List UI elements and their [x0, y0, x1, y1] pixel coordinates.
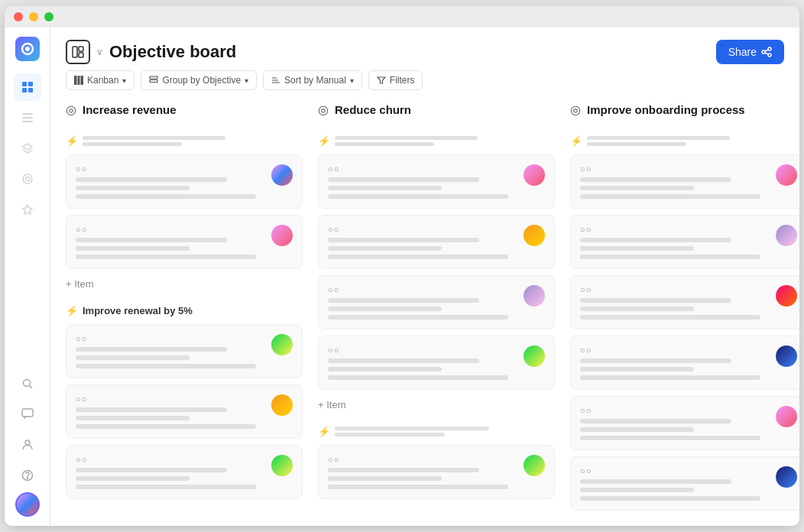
minimize-button[interactable] [29, 12, 38, 21]
card-14[interactable]: ○○ [570, 336, 799, 390]
card-13[interactable]: ○○ [570, 275, 799, 329]
add-item-1a[interactable]: + Item [66, 275, 303, 293]
card-4-line3 [76, 424, 256, 429]
lightning-icon-1b: ⚡ [66, 305, 78, 316]
card-14-dots: ○○ [580, 345, 770, 355]
card-4-content: ○○ [76, 394, 265, 429]
svg-rect-2 [22, 82, 27, 86]
card-1[interactable]: ○○ [66, 154, 303, 209]
share-button[interactable]: Share [716, 40, 784, 64]
card-5-dots: ○○ [76, 455, 265, 464]
chevron-icon: ∨ [96, 47, 103, 57]
card-2-line2 [76, 246, 190, 251]
card-4-avatar [271, 394, 293, 416]
svg-point-24 [768, 54, 771, 57]
subgroup-header-3a: ⚡ [570, 132, 799, 148]
card-6[interactable]: ○○ [318, 154, 555, 209]
card-3[interactable]: ○○ [66, 324, 303, 378]
lightning-icon-1a: ⚡ [66, 135, 78, 147]
sidebar-help[interactable] [14, 462, 41, 489]
filter-button[interactable]: Filters [368, 70, 423, 90]
svg-line-26 [765, 53, 768, 54]
objective-icon-1: ◎ [66, 102, 76, 117]
card-9-content: ○○ [328, 345, 517, 380]
card-9-dots: ○○ [328, 345, 517, 355]
card-6-dots: ○○ [328, 164, 517, 174]
svg-point-16 [25, 440, 30, 445]
lightning-icon-3a: ⚡ [570, 135, 582, 147]
filter-label: Filters [390, 75, 415, 86]
column-increase-revenue: ◎ Increase revenue ⚡ ○○ [66, 99, 303, 511]
card-8-dots: ○○ [328, 285, 517, 294]
card-1-line2 [76, 186, 190, 190]
sidebar-item-board[interactable] [14, 73, 41, 101]
card-5[interactable]: ○○ [66, 445, 303, 499]
card-7-content: ○○ [328, 225, 517, 259]
sidebar-search[interactable] [14, 370, 41, 397]
kanban-label: Kanban [87, 75, 118, 86]
page-title: Objective board [109, 42, 236, 62]
objective-icon-2: ◎ [318, 102, 329, 117]
add-item-2a[interactable]: + Item [318, 396, 555, 414]
subgroup-header-2b: ⚡ [318, 423, 555, 439]
sidebar-item-circle[interactable] [14, 165, 41, 193]
close-button[interactable] [14, 12, 23, 21]
card-1-avatar [271, 164, 293, 186]
svg-rect-4 [22, 88, 27, 92]
card-10-dots: ○○ [328, 455, 517, 464]
svg-point-23 [762, 50, 765, 54]
app-body: ∨ Objective board Share [5, 28, 799, 526]
card-15-content: ○○ [580, 406, 770, 440]
group-label: Group by Objective [162, 75, 241, 86]
card-16-avatar [776, 466, 797, 488]
card-2-line1 [76, 238, 227, 242]
sort-label: Sort by Manual [284, 75, 346, 86]
sidebar-item-list[interactable] [14, 104, 41, 131]
card-11-content: ○○ [580, 164, 770, 199]
svg-line-25 [765, 50, 768, 51]
app-logo[interactable] [15, 37, 40, 61]
column-title-1: Increase revenue [83, 103, 177, 116]
toolbar: Kanban ▾ Group by Objective ▾ [50, 70, 799, 99]
svg-rect-20 [79, 47, 83, 51]
card-10[interactable]: ○○ [318, 445, 555, 499]
card-15-avatar [776, 406, 797, 427]
card-15[interactable]: ○○ [570, 396, 799, 450]
card-13-avatar [776, 285, 797, 307]
header-left: ∨ Objective board [66, 40, 236, 64]
kanban-view-button[interactable]: Kanban ▾ [66, 70, 135, 90]
svg-line-14 [29, 386, 32, 389]
card-16[interactable]: ○○ [570, 456, 799, 511]
card-8-content: ○○ [328, 285, 517, 320]
card-12[interactable]: ○○ [570, 215, 799, 269]
sidebar-item-layers[interactable] [14, 135, 41, 162]
card-9[interactable]: ○○ [318, 336, 555, 390]
card-2[interactable]: ○○ [66, 215, 303, 269]
card-11[interactable]: ○○ [570, 154, 799, 209]
sidebar-chat[interactable] [14, 401, 41, 428]
kanban-board: ◎ Increase revenue ⚡ ○○ [50, 99, 799, 526]
card-5-line2 [76, 476, 190, 481]
objective-icon-3: ◎ [570, 102, 581, 117]
card-8[interactable]: ○○ [318, 275, 555, 329]
sort-button[interactable]: Sort by Manual ▾ [263, 70, 362, 90]
card-4[interactable]: ○○ [66, 384, 303, 439]
card-12-dots: ○○ [580, 225, 770, 234]
card-7[interactable]: ○○ [318, 215, 555, 269]
maximize-button[interactable] [44, 12, 53, 21]
group-by-button[interactable]: Group by Objective ▾ [141, 70, 257, 90]
sidebar-item-star[interactable] [14, 196, 41, 223]
column-reduce-churn: ◎ Reduce churn ⚡ ○○ [318, 99, 555, 511]
user-avatar[interactable] [15, 492, 40, 517]
card-11-avatar [776, 164, 797, 186]
svg-rect-31 [150, 80, 157, 83]
svg-rect-15 [22, 409, 33, 417]
svg-rect-19 [73, 47, 77, 57]
card-3-content: ○○ [76, 334, 265, 368]
svg-rect-8 [22, 121, 33, 122]
svg-marker-12 [23, 205, 32, 214]
card-14-content: ○○ [580, 345, 770, 380]
subgroup-title-1b: Improve renewal by 5% [83, 305, 193, 316]
sidebar-user[interactable] [14, 431, 41, 459]
main-content: ∨ Objective board Share [50, 28, 799, 526]
